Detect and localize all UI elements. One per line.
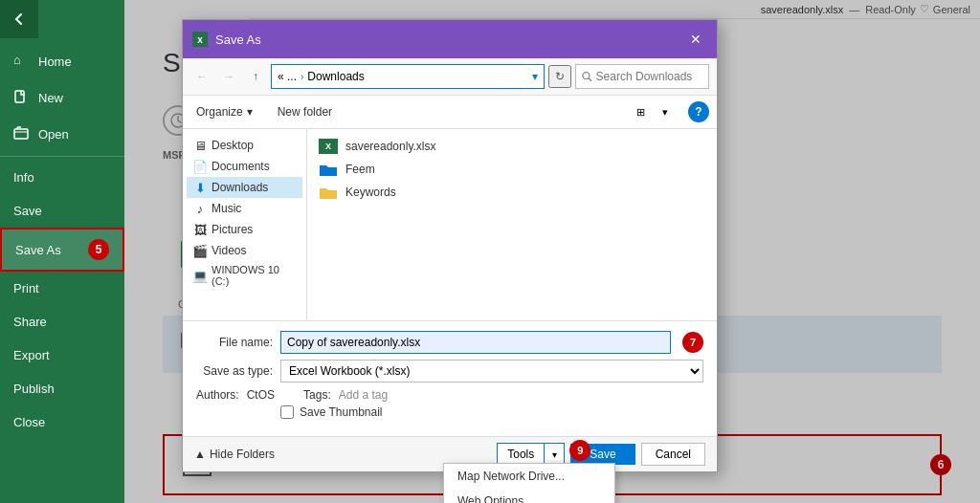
- breadcrumb-bar[interactable]: « ... › Downloads ▾: [271, 64, 545, 89]
- tree-item-music[interactable]: ♪ Music: [187, 198, 302, 219]
- organize-label: Organize: [196, 105, 243, 119]
- nav-up-button[interactable]: ↑: [244, 65, 267, 88]
- sidebar-share-label: Share: [13, 315, 47, 329]
- sidebar-publish-label: Publish: [13, 382, 55, 396]
- tree-label-music: Music: [212, 202, 241, 215]
- tree-item-videos[interactable]: 🎬 Videos: [187, 240, 302, 261]
- tools-dropdown-menu: Map Network Drive... Web Options... Gene…: [443, 463, 615, 503]
- tree-item-pictures[interactable]: 🖼 Pictures: [187, 219, 302, 240]
- svg-rect-1: [14, 129, 28, 139]
- new-folder-label: New folder: [278, 105, 332, 119]
- sidebar-nav: ⌂ Home New Open Info Save Save As 5 Prin…: [0, 38, 124, 503]
- sidebar-item-save[interactable]: Save: [0, 194, 124, 228]
- filename-row: File name: 7: [196, 331, 703, 354]
- sidebar-item-new[interactable]: New: [0, 79, 124, 116]
- main-content: savereadonly.xlsx — Read-Only ♡ General …: [124, 0, 980, 503]
- breadcrumb-arrow: ›: [301, 72, 303, 82]
- sidebar-save-as-label: Save As: [15, 243, 61, 257]
- sidebar-item-publish[interactable]: Publish: [0, 372, 124, 405]
- hide-folders-label: Hide Folders: [210, 448, 275, 461]
- tools-dropdown-arrow[interactable]: ▾: [545, 449, 564, 460]
- savetype-row: Save as type: Excel Workbook (*.xlsx): [196, 360, 703, 383]
- tree-label-documents: Documents: [212, 160, 270, 173]
- svg-rect-0: [15, 91, 24, 102]
- file-item-keywords[interactable]: Keywords: [313, 181, 711, 204]
- dropdown-map-network[interactable]: Map Network Drive...: [444, 464, 614, 489]
- music-icon: ♪: [192, 201, 208, 216]
- sidebar-item-info[interactable]: Info: [0, 161, 124, 194]
- sidebar-item-save-as[interactable]: Save As 5: [0, 228, 124, 272]
- sidebar-item-export[interactable]: Export: [0, 339, 124, 372]
- filename-input[interactable]: [280, 331, 671, 354]
- dropdown-web-options[interactable]: Web Options...: [444, 489, 614, 503]
- tree-label-pictures: Pictures: [212, 223, 253, 236]
- sidebar-item-print[interactable]: Print: [0, 272, 124, 305]
- search-box[interactable]: [575, 64, 709, 89]
- tree-item-downloads[interactable]: ⬇ Downloads: [187, 177, 302, 198]
- help-button[interactable]: ?: [688, 101, 709, 122]
- hide-folders-button[interactable]: ▲ Hide Folders: [194, 448, 275, 461]
- savetype-label: Save as type:: [196, 364, 273, 378]
- folder-tree: 🖥 Desktop 📄 Documents ⬇ Downloads ♪ Musi…: [183, 129, 307, 320]
- file-item-xlsx[interactable]: X savereadonly.xlsx: [313, 135, 711, 158]
- tree-label-downloads: Downloads: [212, 181, 268, 194]
- sidebar-item-open-label: Open: [38, 127, 69, 142]
- videos-icon: 🎬: [192, 243, 208, 258]
- filename-label: File name:: [196, 336, 273, 349]
- downloads-icon: ⬇: [192, 180, 208, 195]
- divider: [0, 156, 124, 157]
- save-as-dialog: x Save As ✕ ← → ↑ « ... › Downloads ▾ ↻: [182, 19, 718, 472]
- cancel-button[interactable]: Cancel: [641, 443, 705, 466]
- file-item-feem[interactable]: Feem: [313, 158, 711, 181]
- sidebar-info-label: Info: [13, 170, 34, 185]
- add-tag-button[interactable]: Add a tag: [339, 388, 388, 402]
- dialog-titlebar: x Save As ✕: [183, 20, 717, 58]
- new-icon: [13, 89, 31, 106]
- keywords-folder-icon: [319, 185, 338, 200]
- search-icon: [582, 71, 592, 82]
- back-button[interactable]: [0, 0, 38, 38]
- view-list-button[interactable]: ⊞: [629, 100, 652, 123]
- step-badge-5: 5: [88, 239, 109, 260]
- sidebar-item-share[interactable]: Share: [0, 305, 124, 339]
- tags-label: Tags:: [303, 388, 331, 402]
- open-icon: [13, 125, 31, 142]
- nav-back-button[interactable]: ←: [190, 65, 213, 88]
- thumbnail-checkbox[interactable]: [280, 405, 294, 419]
- sidebar-export-label: Export: [13, 348, 50, 362]
- refresh-button[interactable]: ↻: [548, 65, 571, 88]
- breadcrumb-dropdown[interactable]: ▾: [532, 70, 538, 83]
- tree-item-desktop[interactable]: 🖥 Desktop: [187, 135, 302, 156]
- view-dropdown-button[interactable]: ▾: [654, 100, 677, 123]
- step-badge-7: 7: [682, 332, 703, 353]
- sidebar-item-open[interactable]: Open: [0, 116, 124, 152]
- file-label-feem: Feem: [345, 163, 375, 176]
- sidebar-save-label: Save: [13, 204, 42, 218]
- breadcrumb-current: Downloads: [307, 70, 364, 83]
- tree-label-desktop: Desktop: [212, 139, 254, 152]
- dialog-close-button[interactable]: ✕: [684, 28, 707, 51]
- xlsx-icon: X: [319, 139, 338, 154]
- view-buttons: ⊞ ▾: [629, 100, 677, 123]
- tree-label-windows: WINDOWS 10 (C:): [212, 264, 297, 287]
- browser-body: 🖥 Desktop 📄 Documents ⬇ Downloads ♪ Musi…: [183, 129, 717, 320]
- tree-item-documents[interactable]: 📄 Documents: [187, 156, 302, 177]
- hide-folders-arrow: ▲: [194, 448, 206, 461]
- sidebar: ⌂ Home New Open Info Save Save As 5 Prin…: [0, 0, 124, 503]
- nav-forward-button[interactable]: →: [217, 65, 240, 88]
- organize-button[interactable]: Organize ▾: [190, 102, 258, 121]
- sidebar-item-home[interactable]: ⌂ Home: [0, 43, 124, 79]
- dialog-form: File name: 7 Save as type: Excel Workboo…: [183, 320, 717, 436]
- file-label-xlsx: savereadonly.xlsx: [345, 140, 436, 153]
- sidebar-item-close[interactable]: Close: [0, 405, 124, 439]
- pictures-icon: 🖼: [192, 222, 208, 237]
- new-folder-button[interactable]: New folder: [270, 102, 340, 121]
- thumbnail-label: Save Thumbnail: [300, 405, 383, 419]
- tree-item-windows[interactable]: 💻 WINDOWS 10 (C:): [187, 261, 302, 290]
- savetype-select[interactable]: Excel Workbook (*.xlsx): [280, 360, 703, 383]
- sidebar-item-new-label: New: [38, 91, 63, 105]
- sidebar-print-label: Print: [13, 281, 39, 295]
- breadcrumb-root: « ...: [278, 70, 297, 83]
- authors-label: Authors:: [196, 388, 239, 402]
- search-input[interactable]: [596, 70, 702, 83]
